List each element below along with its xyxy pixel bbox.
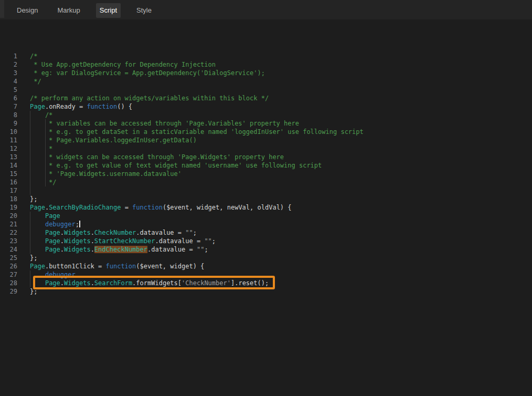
code-line[interactable]: 16 */: [0, 178, 532, 186]
code-text: Page.onReady = function() {: [30, 102, 132, 111]
line-number: 24: [0, 245, 17, 254]
line-number: 26: [0, 262, 17, 270]
tab-markup[interactable]: Markup: [54, 3, 83, 18]
code-line[interactable]: 23 Page.Widgets.StartCheckNumber.dataval…: [0, 237, 532, 245]
code-text: };: [30, 287, 37, 296]
code-line[interactable]: 27 debugger: [0, 270, 532, 279]
line-number: 19: [0, 203, 17, 212]
indent-guide: [30, 186, 30, 195]
code-text: * eg: var DialogService = App.getDepende…: [30, 69, 265, 77]
line-number: 7: [0, 102, 17, 111]
line-number: 25: [0, 254, 17, 262]
code-text: Page.Widgets.CheckNumber.datavalue = "";: [30, 228, 197, 237]
code-line[interactable]: 24 Page.Widgets.EndCheckNumber.datavalue…: [0, 245, 532, 254]
code-text: *: [30, 144, 52, 153]
code-line[interactable]: 25};: [0, 254, 532, 262]
line-number: 18: [0, 195, 17, 203]
line-number: 2: [0, 60, 17, 69]
line-number: 11: [0, 136, 17, 144]
code-line[interactable]: 11 * Page.Variables.loggedInUser.getData…: [0, 136, 532, 144]
line-number: 23: [0, 237, 17, 245]
code-line[interactable]: 20 Page: [0, 212, 532, 220]
code-text: };: [30, 254, 37, 262]
line-number: 13: [0, 153, 17, 161]
code-line[interactable]: 7Page.onReady = function() {: [0, 102, 532, 111]
code-text: Page.SearchByRadioChange = function($eve…: [30, 203, 292, 212]
code-text: /*: [30, 111, 52, 119]
line-number: 8: [0, 111, 17, 119]
line-number: 5: [0, 86, 17, 94]
code-line[interactable]: 8 /*: [0, 111, 532, 119]
code-text: /*: [30, 52, 37, 60]
tab-script[interactable]: Script: [96, 3, 121, 18]
code-editor[interactable]: 1/*2 * Use App.getDependency for Depende…: [0, 19, 532, 396]
code-line[interactable]: 22 Page.Widgets.CheckNumber.datavalue = …: [0, 228, 532, 237]
line-number: 22: [0, 228, 17, 237]
code-line[interactable]: 6/* perform any action on widgets/variab…: [0, 94, 532, 102]
code-line[interactable]: 17: [0, 186, 532, 195]
line-number: 12: [0, 144, 17, 153]
code-text: /* perform any action on widgets/variabl…: [30, 94, 269, 102]
code-line[interactable]: 21 debugger;: [0, 220, 532, 228]
tab-design[interactable]: Design: [13, 3, 41, 18]
line-number: 10: [0, 128, 17, 136]
left-panel-edge: [0, 0, 4, 18]
code-line[interactable]: 10 * e.g. to get dataSet in a staticVari…: [0, 128, 532, 136]
code-text: Page.button1Click = function($event, wid…: [30, 262, 204, 270]
code-text: * Page.Variables.loggedInUser.getData(): [30, 136, 197, 144]
tab-style[interactable]: Style: [133, 3, 155, 18]
code-line[interactable]: 12 *: [0, 144, 532, 153]
code-text: * Use App.getDependency for Dependency I…: [30, 60, 216, 69]
editor-mode-tab-bar: Design Markup Script Style: [0, 0, 532, 19]
code-line[interactable]: 2 * Use App.getDependency for Dependency…: [0, 60, 532, 69]
tabs: Design Markup Script Style: [13, 2, 167, 18]
code-line[interactable]: 28 Page.Widgets.SearchForm.formWidgets['…: [0, 279, 532, 287]
line-number: 29: [0, 287, 17, 296]
code-text: * variables can be accessed through 'Pag…: [30, 119, 299, 128]
code-line[interactable]: 1/*: [0, 52, 532, 60]
code-text: Page.Widgets.StartCheckNumber.datavalue …: [30, 237, 216, 245]
text-cursor: [79, 221, 80, 227]
line-number: 6: [0, 94, 17, 102]
code-text: */: [30, 77, 41, 86]
line-number: 14: [0, 161, 17, 170]
code-text: };: [30, 195, 37, 203]
code-line[interactable]: 9 * variables can be accessed through 'P…: [0, 119, 532, 128]
code-text: Page.Widgets.EndCheckNumber.datavalue = …: [30, 245, 208, 254]
line-number: 20: [0, 212, 17, 220]
code-text: * widgets can be accessed through 'Page.…: [30, 153, 284, 161]
line-number: 9: [0, 119, 17, 128]
code-text: debugger: [30, 270, 76, 279]
code-text: Page: [30, 212, 60, 220]
line-number: 17: [0, 186, 17, 195]
line-number: 21: [0, 220, 17, 228]
code-text: * e.g. to get dataSet in a staticVariabl…: [30, 128, 364, 136]
code-line[interactable]: 5: [0, 86, 532, 94]
script-editor-screen: Design Markup Script Style 1/*2 * Use Ap…: [0, 0, 532, 396]
code-line[interactable]: 3 * eg: var DialogService = App.getDepen…: [0, 69, 532, 77]
code-text: debugger;: [30, 220, 80, 228]
line-number: 16: [0, 178, 17, 186]
line-number: 15: [0, 170, 17, 178]
code-area: 1/*2 * Use App.getDependency for Depende…: [0, 52, 532, 296]
code-line[interactable]: 13 * widgets can be accessed through 'Pa…: [0, 153, 532, 161]
code-line[interactable]: 15 * 'Page.Widgets.username.datavalue': [0, 170, 532, 178]
code-line[interactable]: 26Page.button1Click = function($event, w…: [0, 262, 532, 270]
code-text: * 'Page.Widgets.username.datavalue': [30, 170, 182, 178]
line-number: 1: [0, 52, 17, 60]
line-number: 4: [0, 77, 17, 86]
code-line[interactable]: 14 * e.g. to get value of text widget na…: [0, 161, 532, 170]
line-number: 28: [0, 279, 17, 287]
code-line[interactable]: 18};: [0, 195, 532, 203]
code-line[interactable]: 19Page.SearchByRadioChange = function($e…: [0, 203, 532, 212]
code-text: */: [30, 178, 57, 186]
line-number: 27: [0, 270, 17, 279]
line-number: 3: [0, 69, 17, 77]
code-line[interactable]: 29};: [0, 287, 532, 296]
code-text: * e.g. to get value of text widget named…: [30, 161, 322, 170]
code-line[interactable]: 4 */: [0, 77, 532, 86]
code-text: Page.Widgets.SearchForm.formWidgets['Che…: [30, 279, 269, 287]
